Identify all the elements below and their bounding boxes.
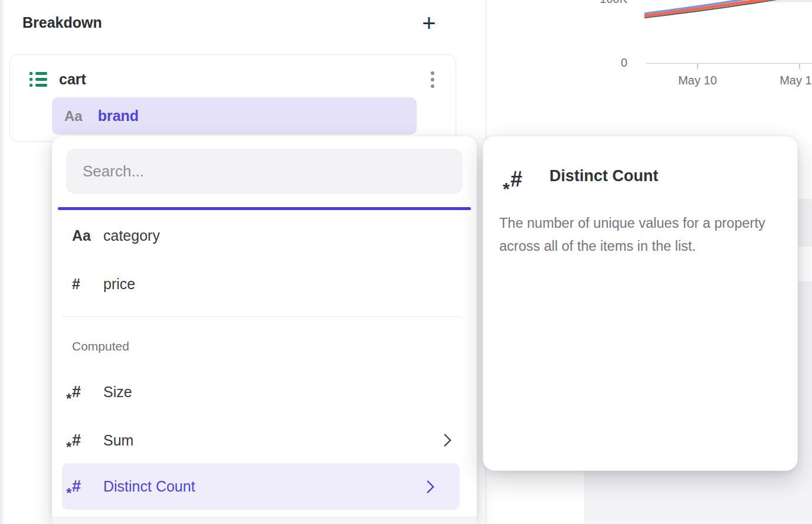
list-property-icon: [30, 72, 47, 87]
kebab-menu-icon[interactable]: [431, 71, 434, 88]
computed-number-icon: # *: [72, 383, 98, 401]
chevron-right-icon: [421, 480, 435, 493]
star-glyph: *: [66, 485, 71, 502]
dropdown-divider: [62, 316, 460, 317]
computed-number-icon: # *: [72, 431, 98, 450]
y-axis-tick-0: 0: [592, 56, 627, 70]
selected-property-chip-brand[interactable]: Aa brand: [52, 97, 417, 135]
dropdown-item-label: Distinct Count: [103, 478, 195, 495]
hash-glyph: #: [72, 477, 81, 495]
computed-number-icon: # *: [72, 477, 98, 496]
selected-property-label: brand: [98, 107, 139, 125]
property-dropdown: Aa category # price Computed # * Size # …: [52, 136, 477, 524]
series-line-gray: [644, 0, 787, 18]
dropdown-item-size[interactable]: # * Size: [52, 368, 477, 416]
dropdown-item-sum[interactable]: # * Sum: [52, 416, 477, 464]
dropdown-footer: [52, 518, 477, 524]
x-axis-tickmark: [697, 64, 698, 69]
x-axis-tickmark: [799, 64, 800, 69]
line-chart-series: [643, 0, 812, 21]
number-type-icon: #: [72, 276, 98, 293]
active-selection-bar: [58, 207, 471, 210]
text-type-icon: Aa: [72, 227, 98, 244]
hash-glyph: #: [72, 431, 81, 449]
dropdown-item-label: category: [103, 227, 160, 244]
computed-section-label: Computed: [72, 339, 129, 353]
text-type-icon: Aa: [64, 108, 83, 125]
cart-group-label: cart: [59, 71, 86, 88]
search-input[interactable]: [66, 149, 463, 194]
star-glyph: *: [66, 439, 71, 456]
hash-glyph: #: [72, 383, 81, 401]
x-axis-label-may10: May 10: [668, 74, 727, 87]
distinct-count-tooltip: # * Distinct Count The number of unique …: [483, 136, 798, 471]
dropdown-item-distinct-count[interactable]: # * Distinct Count: [62, 463, 460, 510]
add-breakdown-button[interactable]: +: [417, 9, 441, 37]
y-axis-tick-100k: 100K: [592, 0, 627, 6]
x-axis-line: [646, 63, 812, 64]
hash-glyph: #: [510, 167, 522, 191]
dropdown-item-label: Size: [103, 384, 132, 401]
dropdown-item-label: Sum: [103, 432, 133, 449]
dropdown-item-label: price: [103, 276, 135, 293]
x-axis-label-may12: May 12: [770, 74, 812, 87]
breakdown-panel-view: 100K 0 May 10 May 12 Breakdown + cart Aa…: [0, 0, 812, 524]
chevron-right-icon: [438, 434, 452, 447]
dropdown-item-category[interactable]: Aa category: [52, 211, 477, 260]
tooltip-title: Distinct Count: [549, 167, 658, 185]
tooltip-description: The number of unique values for a proper…: [499, 212, 781, 258]
dropdown-item-price[interactable]: # price: [52, 260, 477, 308]
page-edge-shadow: [0, 0, 4, 524]
star-glyph: *: [503, 179, 510, 199]
star-glyph: *: [66, 391, 71, 407]
breakdown-section-title: Breakdown: [22, 14, 102, 31]
computed-number-icon: # *: [510, 167, 522, 192]
